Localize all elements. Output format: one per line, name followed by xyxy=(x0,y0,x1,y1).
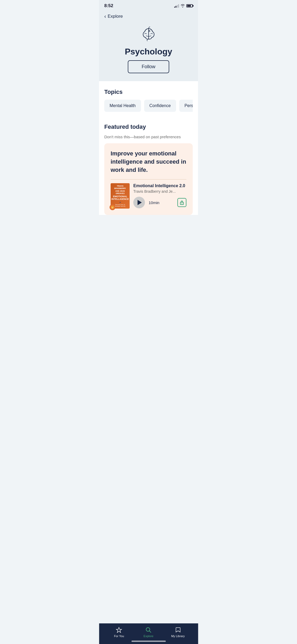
status-icons xyxy=(174,4,193,8)
lock-icon xyxy=(177,198,186,207)
topics-section-title: Topics xyxy=(104,89,193,95)
book-cover-container: Travis BradberryAnd Jean Greaves EMOTION… xyxy=(111,183,130,209)
svg-text:b: b xyxy=(112,206,113,209)
play-button[interactable] xyxy=(133,197,145,208)
featured-title: Featured today xyxy=(104,123,193,130)
page-title: Psychology xyxy=(125,47,172,57)
battery-icon xyxy=(186,4,193,7)
book-cover-author-text: Travis BradberryAnd Jean Greaves xyxy=(112,185,128,194)
svg-point-5 xyxy=(182,203,182,204)
play-icon xyxy=(138,200,142,205)
badge-icon: b xyxy=(110,204,115,210)
topic-confidence[interactable]: Confidence xyxy=(144,100,176,112)
topic-personality[interactable]: Personality xyxy=(179,100,193,112)
wifi-icon xyxy=(181,4,185,8)
book-info: Emotional Intelligence 2.0 Travis Bradbe… xyxy=(133,183,186,208)
featured-card[interactable]: Improve your emotional intelligence and … xyxy=(104,143,193,215)
header-section: ‹ Explore Psychology Follow xyxy=(99,11,198,81)
featured-subtitle: Don't miss this—based on past preference… xyxy=(104,135,193,139)
main-content: Topics Mental Health Confidence Personal… xyxy=(99,81,198,117)
hero-content: Psychology Follow xyxy=(104,25,193,73)
status-bar: 8:52 xyxy=(99,0,198,11)
back-chevron-icon: ‹ xyxy=(104,13,106,19)
svg-point-0 xyxy=(149,30,150,31)
book-cover-title-text: EMOTIONALINTELLIGENCE xyxy=(111,195,129,201)
status-time: 8:52 xyxy=(104,3,113,8)
brain-icon xyxy=(139,25,158,43)
book-cover-subtitle-text: Discover How ToIncrease Your EQ xyxy=(115,204,125,207)
book-author: Travis Bradberry and Je... xyxy=(133,189,186,194)
featured-quote: Improve your emotional intelligence and … xyxy=(111,150,186,174)
back-label: Explore xyxy=(108,14,123,19)
featured-section: Featured today Don't miss this—based on … xyxy=(99,117,198,215)
book-actions: 10min xyxy=(133,197,186,208)
topics-list: Mental Health Confidence Personality xyxy=(104,100,193,117)
heart-icon xyxy=(116,202,124,203)
back-button[interactable]: ‹ Explore xyxy=(104,13,193,19)
book-title: Emotional Intelligence 2.0 xyxy=(133,183,186,188)
duration-text: 10min xyxy=(149,200,159,205)
divider xyxy=(111,179,186,180)
follow-button[interactable]: Follow xyxy=(128,60,169,73)
book-row: Travis BradberryAnd Jean Greaves EMOTION… xyxy=(111,183,186,209)
topic-mental-health[interactable]: Mental Health xyxy=(104,100,141,112)
signal-icon xyxy=(174,4,179,8)
